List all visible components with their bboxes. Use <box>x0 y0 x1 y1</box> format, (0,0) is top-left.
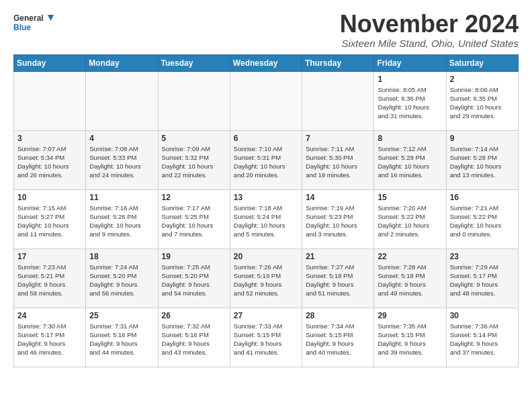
day-info: Sunrise: 7:29 AM Sunset: 5:17 PM Dayligh… <box>450 263 515 298</box>
day-info: Sunrise: 7:28 AM Sunset: 5:18 PM Dayligh… <box>378 263 442 298</box>
calendar-day-cell: 8Sunrise: 7:12 AM Sunset: 5:29 PM Daylig… <box>374 130 446 189</box>
logo: General Blue <box>13 11 54 35</box>
calendar-day-cell: 6Sunrise: 7:10 AM Sunset: 5:31 PM Daylig… <box>230 130 302 189</box>
day-number: 18 <box>89 252 154 261</box>
day-info: Sunrise: 8:06 AM Sunset: 6:35 PM Dayligh… <box>450 85 515 121</box>
day-number: 19 <box>162 252 226 261</box>
calendar-day-cell: 14Sunrise: 7:19 AM Sunset: 5:23 PM Dayli… <box>302 189 374 248</box>
calendar-day-cell <box>158 71 230 130</box>
calendar-day-cell: 19Sunrise: 7:25 AM Sunset: 5:20 PM Dayli… <box>158 248 230 308</box>
day-number: 30 <box>450 311 515 320</box>
col-header-thursday: Thursday <box>302 54 374 71</box>
day-number: 17 <box>17 252 82 261</box>
calendar-day-cell: 30Sunrise: 7:36 AM Sunset: 5:14 PM Dayli… <box>446 308 518 367</box>
calendar-day-cell: 4Sunrise: 7:08 AM Sunset: 5:33 PM Daylig… <box>86 130 158 189</box>
day-info: Sunrise: 7:32 AM Sunset: 5:16 PM Dayligh… <box>162 322 226 357</box>
generalblue-logo-icon: General Blue <box>13 11 54 35</box>
day-number: 5 <box>162 134 226 143</box>
calendar-day-cell <box>302 71 374 130</box>
day-info: Sunrise: 7:21 AM Sunset: 5:22 PM Dayligh… <box>450 203 515 239</box>
svg-marker-2 <box>48 15 54 21</box>
day-number: 21 <box>306 252 370 261</box>
calendar-day-cell <box>14 71 86 130</box>
calendar-day-cell: 10Sunrise: 7:15 AM Sunset: 5:27 PM Dayli… <box>14 189 86 248</box>
day-number: 14 <box>306 193 370 202</box>
day-number: 26 <box>162 311 226 320</box>
calendar-day-cell: 21Sunrise: 7:27 AM Sunset: 5:18 PM Dayli… <box>302 248 374 308</box>
col-header-sunday: Sunday <box>14 54 86 71</box>
calendar-day-cell: 18Sunrise: 7:24 AM Sunset: 5:20 PM Dayli… <box>86 248 158 308</box>
calendar-day-cell: 29Sunrise: 7:35 AM Sunset: 5:15 PM Dayli… <box>374 308 446 367</box>
day-number: 24 <box>17 311 82 320</box>
day-info: Sunrise: 8:05 AM Sunset: 6:36 PM Dayligh… <box>378 85 442 121</box>
calendar-day-cell: 22Sunrise: 7:28 AM Sunset: 5:18 PM Dayli… <box>374 248 446 308</box>
day-number: 27 <box>234 311 298 320</box>
day-info: Sunrise: 7:25 AM Sunset: 5:20 PM Dayligh… <box>162 263 226 298</box>
location: Sixteen Mile Stand, Ohio, United States <box>340 38 519 49</box>
day-info: Sunrise: 7:23 AM Sunset: 5:21 PM Dayligh… <box>17 263 82 298</box>
day-info: Sunrise: 7:20 AM Sunset: 5:22 PM Dayligh… <box>378 203 442 239</box>
calendar-day-cell: 27Sunrise: 7:33 AM Sunset: 5:15 PM Dayli… <box>230 308 302 367</box>
col-header-monday: Monday <box>86 54 158 71</box>
title-block: November 2024 Sixteen Mile Stand, Ohio, … <box>340 11 519 49</box>
calendar-day-cell: 26Sunrise: 7:32 AM Sunset: 5:16 PM Dayli… <box>158 308 230 367</box>
day-number: 10 <box>17 193 82 202</box>
calendar-week-row: 1Sunrise: 8:05 AM Sunset: 6:36 PM Daylig… <box>14 71 519 130</box>
calendar-day-cell: 11Sunrise: 7:16 AM Sunset: 5:26 PM Dayli… <box>86 189 158 248</box>
svg-text:Blue: Blue <box>13 23 31 32</box>
day-info: Sunrise: 7:08 AM Sunset: 5:33 PM Dayligh… <box>89 144 154 180</box>
day-number: 2 <box>450 75 515 84</box>
day-number: 28 <box>306 311 370 320</box>
day-info: Sunrise: 7:07 AM Sunset: 5:34 PM Dayligh… <box>17 144 82 180</box>
calendar-day-cell: 25Sunrise: 7:31 AM Sunset: 5:16 PM Dayli… <box>86 308 158 367</box>
calendar-day-cell: 1Sunrise: 8:05 AM Sunset: 6:36 PM Daylig… <box>374 71 446 130</box>
day-number: 6 <box>234 134 298 143</box>
day-info: Sunrise: 7:10 AM Sunset: 5:31 PM Dayligh… <box>234 144 298 180</box>
col-header-saturday: Saturday <box>446 54 518 71</box>
calendar-day-cell: 28Sunrise: 7:34 AM Sunset: 5:15 PM Dayli… <box>302 308 374 367</box>
calendar-day-cell: 20Sunrise: 7:26 AM Sunset: 5:19 PM Dayli… <box>230 248 302 308</box>
calendar-day-cell: 5Sunrise: 7:09 AM Sunset: 5:32 PM Daylig… <box>158 130 230 189</box>
day-info: Sunrise: 7:26 AM Sunset: 5:19 PM Dayligh… <box>234 263 298 298</box>
calendar-week-row: 24Sunrise: 7:30 AM Sunset: 5:17 PM Dayli… <box>14 308 519 367</box>
day-info: Sunrise: 7:33 AM Sunset: 5:15 PM Dayligh… <box>234 322 298 357</box>
day-info: Sunrise: 7:19 AM Sunset: 5:23 PM Dayligh… <box>306 203 370 239</box>
day-info: Sunrise: 7:16 AM Sunset: 5:26 PM Dayligh… <box>89 203 154 239</box>
day-info: Sunrise: 7:15 AM Sunset: 5:27 PM Dayligh… <box>17 203 82 239</box>
calendar-day-cell <box>86 71 158 130</box>
calendar-week-row: 3Sunrise: 7:07 AM Sunset: 5:34 PM Daylig… <box>14 130 519 189</box>
calendar-day-cell: 24Sunrise: 7:30 AM Sunset: 5:17 PM Dayli… <box>14 308 86 367</box>
day-info: Sunrise: 7:14 AM Sunset: 5:28 PM Dayligh… <box>450 144 515 180</box>
day-info: Sunrise: 7:36 AM Sunset: 5:14 PM Dayligh… <box>450 322 515 357</box>
calendar-day-cell: 13Sunrise: 7:18 AM Sunset: 5:24 PM Dayli… <box>230 189 302 248</box>
day-number: 8 <box>378 134 442 143</box>
day-number: 13 <box>234 193 298 202</box>
day-info: Sunrise: 7:11 AM Sunset: 5:30 PM Dayligh… <box>306 144 370 180</box>
page: General Blue November 2024 Sixteen Mile … <box>0 0 532 375</box>
calendar-header-row: SundayMondayTuesdayWednesdayThursdayFrid… <box>14 54 519 71</box>
day-info: Sunrise: 7:18 AM Sunset: 5:24 PM Dayligh… <box>234 203 298 239</box>
col-header-friday: Friday <box>374 54 446 71</box>
calendar: SundayMondayTuesdayWednesdayThursdayFrid… <box>13 54 519 367</box>
header: General Blue November 2024 Sixteen Mile … <box>13 11 519 49</box>
calendar-day-cell: 7Sunrise: 7:11 AM Sunset: 5:30 PM Daylig… <box>302 130 374 189</box>
day-info: Sunrise: 7:34 AM Sunset: 5:15 PM Dayligh… <box>306 322 370 357</box>
day-number: 11 <box>89 193 154 202</box>
day-info: Sunrise: 7:27 AM Sunset: 5:18 PM Dayligh… <box>306 263 370 298</box>
day-number: 3 <box>17 134 82 143</box>
day-number: 25 <box>89 311 154 320</box>
day-info: Sunrise: 7:09 AM Sunset: 5:32 PM Dayligh… <box>162 144 226 180</box>
day-number: 23 <box>450 252 515 261</box>
calendar-day-cell: 17Sunrise: 7:23 AM Sunset: 5:21 PM Dayli… <box>14 248 86 308</box>
calendar-day-cell: 12Sunrise: 7:17 AM Sunset: 5:25 PM Dayli… <box>158 189 230 248</box>
month-title: November 2024 <box>340 11 519 38</box>
calendar-week-row: 10Sunrise: 7:15 AM Sunset: 5:27 PM Dayli… <box>14 189 519 248</box>
day-info: Sunrise: 7:35 AM Sunset: 5:15 PM Dayligh… <box>378 322 442 357</box>
day-info: Sunrise: 7:12 AM Sunset: 5:29 PM Dayligh… <box>378 144 442 180</box>
day-number: 15 <box>378 193 442 202</box>
day-number: 4 <box>89 134 154 143</box>
day-info: Sunrise: 7:17 AM Sunset: 5:25 PM Dayligh… <box>162 203 226 239</box>
svg-text:General: General <box>13 13 44 23</box>
day-number: 7 <box>306 134 370 143</box>
day-info: Sunrise: 7:31 AM Sunset: 5:16 PM Dayligh… <box>89 322 154 357</box>
